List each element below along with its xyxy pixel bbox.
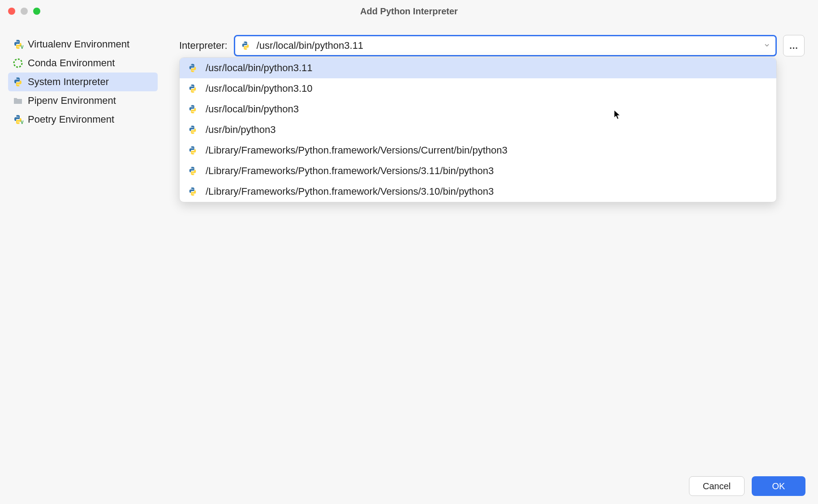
ok-button[interactable]: OK <box>752 476 805 496</box>
sidebar-item-label: System Interpreter <box>28 76 109 88</box>
conda-icon <box>13 58 23 68</box>
dropdown-option[interactable]: /usr/local/bin/python3.10 <box>180 78 776 99</box>
close-button[interactable] <box>8 8 15 15</box>
sidebar-item-system-interpreter[interactable]: System Interpreter <box>8 73 158 91</box>
sidebar-item-label: Poetry Environment <box>28 114 114 125</box>
dropdown-option[interactable]: /Library/Frameworks/Python.framework/Ver… <box>180 161 776 181</box>
dropdown-option-label: /Library/Frameworks/Python.framework/Ver… <box>206 165 494 177</box>
python-v-icon: V <box>13 39 23 50</box>
maximize-button[interactable] <box>33 8 40 15</box>
python-icon <box>188 63 198 73</box>
browse-button[interactable]: ... <box>783 35 805 56</box>
sidebar-item-label: Conda Environment <box>28 57 115 69</box>
traffic-lights <box>8 8 40 15</box>
interpreter-combobox[interactable]: /usr/local/bin/python3.11 <box>234 35 777 56</box>
interpreter-dropdown: /usr/local/bin/python3.11/usr/local/bin/… <box>179 57 777 202</box>
python-icon <box>13 77 23 87</box>
dropdown-option-label: /Library/Frameworks/Python.framework/Ver… <box>206 145 508 156</box>
main-panel: Interpreter: /usr/local/bin/python3.11 .… <box>166 22 818 468</box>
folder-icon <box>13 95 23 106</box>
content: VVirtualenv EnvironmentConda Environment… <box>0 22 818 468</box>
sidebar-item-conda-environment[interactable]: Conda Environment <box>8 54 158 73</box>
footer: Cancel OK <box>0 468 818 504</box>
python-icon <box>188 187 198 196</box>
sidebar-item-label: Virtualenv Environment <box>28 38 129 50</box>
dialog-window: Add Python Interpreter VVirtualenv Envir… <box>0 0 818 504</box>
dropdown-option-label: /usr/local/bin/python3.10 <box>206 83 313 94</box>
window-title: Add Python Interpreter <box>360 6 458 17</box>
sidebar-item-poetry-environment[interactable]: VPoetry Environment <box>8 110 158 129</box>
python-icon <box>188 125 198 135</box>
chevron-down-icon <box>764 42 770 50</box>
python-icon <box>188 166 198 176</box>
interpreter-label: Interpreter: <box>179 40 228 51</box>
svg-text:V: V <box>21 120 23 125</box>
dropdown-option-label: /Library/Frameworks/Python.framework/Ver… <box>206 186 494 197</box>
interpreter-row: Interpreter: /usr/local/bin/python3.11 .… <box>179 35 805 56</box>
sidebar-item-pipenv-environment[interactable]: Pipenv Environment <box>8 91 158 110</box>
interpreter-selected-value: /usr/local/bin/python3.11 <box>257 40 764 51</box>
dropdown-option[interactable]: /usr/local/bin/python3 <box>180 99 776 120</box>
dropdown-option-label: /usr/local/bin/python3.11 <box>206 62 313 74</box>
svg-point-3 <box>14 59 22 67</box>
python-icon <box>241 41 250 51</box>
python-icon <box>188 84 198 94</box>
python-v-icon: V <box>13 114 23 125</box>
dropdown-option-label: /usr/bin/python3 <box>206 124 276 136</box>
titlebar: Add Python Interpreter <box>0 0 818 22</box>
sidebar-item-label: Pipenv Environment <box>28 95 116 107</box>
dropdown-option-label: /usr/local/bin/python3 <box>206 103 299 115</box>
svg-text:V: V <box>21 45 23 50</box>
minimize-button[interactable] <box>21 8 28 15</box>
dropdown-option[interactable]: /Library/Frameworks/Python.framework/Ver… <box>180 140 776 161</box>
dropdown-option[interactable]: /usr/bin/python3 <box>180 120 776 140</box>
sidebar: VVirtualenv EnvironmentConda Environment… <box>0 22 166 468</box>
cancel-button[interactable]: Cancel <box>689 476 745 496</box>
python-icon <box>188 104 198 114</box>
dropdown-option[interactable]: /Library/Frameworks/Python.framework/Ver… <box>180 181 776 202</box>
sidebar-item-virtualenv-environment[interactable]: VVirtualenv Environment <box>8 35 158 54</box>
dropdown-option[interactable]: /usr/local/bin/python3.11 <box>180 58 776 78</box>
python-icon <box>188 145 198 155</box>
